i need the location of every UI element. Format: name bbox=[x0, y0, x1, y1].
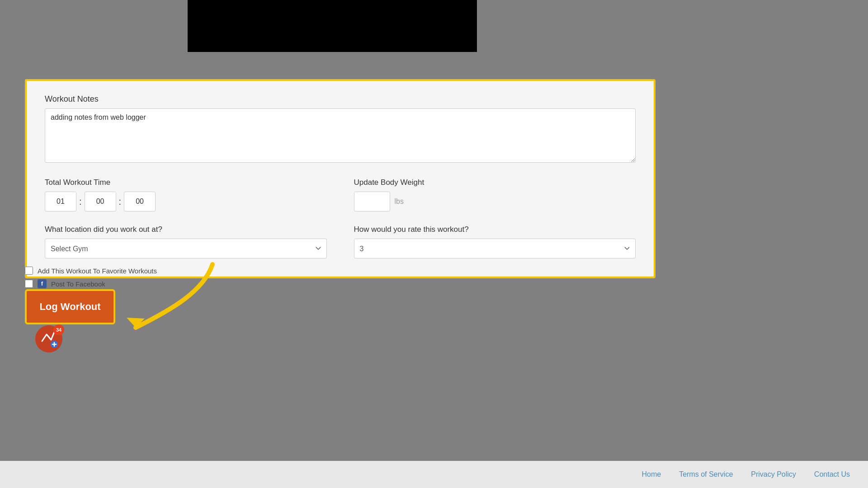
footer-privacy-link[interactable]: Privacy Policy bbox=[751, 470, 796, 479]
rating-group: How would you rate this workout? 1 2 3 4… bbox=[354, 225, 636, 258]
rating-select[interactable]: 1 2 3 4 5 bbox=[354, 239, 636, 258]
footer-home-link[interactable]: Home bbox=[642, 470, 661, 479]
location-group: What location did you work out at? Selec… bbox=[45, 225, 327, 258]
facebook-checkbox-row: f Post To Facebook bbox=[25, 279, 157, 288]
favorite-checkbox-row: Add This Workout To Favorite Workouts bbox=[25, 267, 157, 275]
footer-contact-link[interactable]: Contact Us bbox=[814, 470, 850, 479]
workout-form-card: Workout Notes adding notes from web logg… bbox=[25, 79, 656, 278]
location-select[interactable]: Select Gym bbox=[45, 239, 327, 258]
weight-row: lbs bbox=[354, 192, 636, 211]
workout-notes-label: Workout Notes bbox=[45, 94, 636, 104]
video-area bbox=[188, 0, 477, 52]
time-label: Total Workout Time bbox=[45, 178, 327, 187]
log-workout-button[interactable]: Log Workout bbox=[25, 289, 115, 324]
svg-marker-0 bbox=[127, 318, 145, 328]
footer-terms-link[interactable]: Terms of Service bbox=[679, 470, 733, 479]
footer: Home Terms of Service Privacy Policy Con… bbox=[0, 461, 868, 488]
weight-unit: lbs bbox=[395, 197, 404, 206]
workout-notes-input[interactable]: adding notes from web logger bbox=[45, 108, 636, 163]
time-group: Total Workout Time : : bbox=[45, 178, 327, 211]
time-minutes-input[interactable] bbox=[85, 192, 116, 211]
favorite-checkbox[interactable] bbox=[25, 267, 33, 275]
facebook-icon: f bbox=[38, 279, 47, 288]
time-separator-1: : bbox=[79, 197, 82, 207]
time-hours-input[interactable] bbox=[45, 192, 76, 211]
app-icon-badge: 34 bbox=[53, 324, 64, 335]
facebook-checkbox[interactable] bbox=[25, 280, 33, 288]
time-seconds-input[interactable] bbox=[124, 192, 156, 211]
weight-input[interactable] bbox=[354, 192, 390, 211]
time-separator-2: : bbox=[119, 197, 122, 207]
facebook-label: Post To Facebook bbox=[51, 280, 105, 288]
favorite-label: Add This Workout To Favorite Workouts bbox=[38, 267, 157, 275]
weight-group: Update Body Weight lbs bbox=[354, 178, 636, 211]
rating-label: How would you rate this workout? bbox=[354, 225, 636, 234]
location-label: What location did you work out at? bbox=[45, 225, 327, 234]
time-inputs: : : bbox=[45, 192, 327, 211]
weight-label: Update Body Weight bbox=[354, 178, 636, 187]
